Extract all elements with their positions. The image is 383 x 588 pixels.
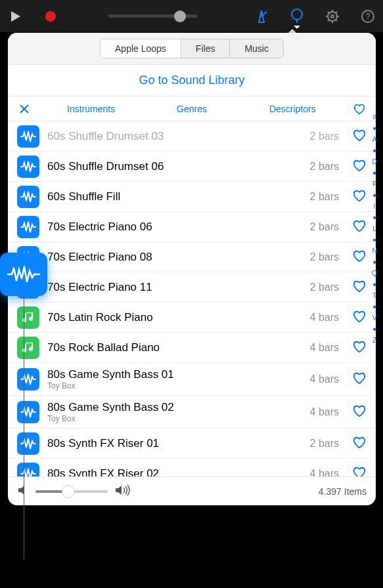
loop-row[interactable]: 70s Electric Piano 062 bars: [8, 212, 376, 242]
favorite-toggle[interactable]: [352, 340, 367, 356]
waveform-icon: [17, 401, 39, 423]
loop-row[interactable]: 80s Game Synth Bass 01Toy Box4 bars: [8, 363, 376, 396]
guide-line: [24, 297, 24, 559]
loop-length: 4 bars: [310, 342, 339, 354]
waveform-icon: [17, 368, 39, 390]
filter-tab-genres[interactable]: Genres: [141, 104, 242, 114]
loop-row[interactable]: 70s Electric Piano 112 bars: [8, 272, 376, 303]
loop-row[interactable]: 60s Shuffle Drumset 032 bars: [8, 121, 376, 152]
index-letter[interactable]: I: [368, 201, 381, 212]
index-letter[interactable]: #: [368, 112, 381, 123]
segment-files[interactable]: Files: [181, 39, 231, 58]
favorite-toggle[interactable]: [352, 219, 367, 235]
loop-length: 2 bars: [310, 251, 339, 263]
filter-bar: Instruments Genres Descriptors: [8, 96, 376, 121]
loop-row[interactable]: 80s Synth FX Riser 024 bars: [8, 459, 376, 476]
index-dot: •: [368, 301, 381, 312]
waveform-icon: [17, 156, 39, 178]
help-icon[interactable]: ?: [359, 8, 376, 25]
volume-max-icon: [114, 485, 130, 498]
dragged-loop-tile[interactable]: [0, 253, 47, 296]
svg-point-0: [45, 11, 56, 22]
loop-row[interactable]: 80s Synth FX Riser 012 bars: [8, 429, 376, 459]
settings-icon[interactable]: [324, 8, 341, 25]
record-icon[interactable]: [42, 8, 59, 25]
index-dot: •: [368, 167, 381, 178]
source-segmented-control: Apple Loops Files Music: [8, 33, 376, 65]
index-dot: •: [368, 145, 381, 156]
loop-length: 4 bars: [310, 312, 339, 324]
loop-title: 80s Synth FX Riser 02: [47, 467, 302, 477]
loop-title: 70s Electric Piano 08: [47, 251, 302, 264]
waveform-icon: [17, 216, 39, 238]
favorite-toggle[interactable]: [352, 466, 367, 477]
loop-row[interactable]: 70s Electric Piano 082 bars: [8, 242, 376, 272]
loop-title: 60s Shuffle Fill: [47, 190, 302, 203]
items-count: 4.397 Items: [319, 486, 367, 497]
loop-title: 80s Game Synth Bass 02: [47, 401, 302, 414]
loop-row[interactable]: 70s Rock Ballad Piano4 bars: [8, 333, 376, 363]
alphabet-index[interactable]: #•A•D•F•I•L•N•Q•T•V•Z: [368, 112, 381, 346]
play-icon[interactable]: [7, 8, 24, 25]
index-letter[interactable]: Q: [368, 268, 381, 279]
favorite-toggle[interactable]: [352, 249, 367, 265]
loop-length: 2 bars: [310, 161, 339, 173]
loop-row[interactable]: 70s Latin Rock Piano4 bars: [8, 303, 376, 333]
waveform-icon: [17, 432, 39, 455]
loop-length: 4 bars: [310, 468, 339, 477]
filter-tab-instruments[interactable]: Instruments: [41, 104, 141, 114]
loop-row[interactable]: 60s Shuffle Fill2 bars: [8, 182, 376, 212]
favorite-toggle[interactable]: [352, 159, 367, 175]
loop-row-text: 80s Game Synth Bass 02Toy Box: [47, 401, 302, 423]
clear-filters-button[interactable]: [8, 103, 41, 115]
loop-pack: Toy Box: [47, 381, 302, 390]
loop-row[interactable]: 80s Game Synth Bass 02Toy Box4 bars: [8, 396, 376, 429]
index-letter[interactable]: V: [368, 312, 381, 324]
loop-title: 80s Game Synth Bass 01: [47, 368, 302, 381]
index-dot: •: [368, 212, 381, 223]
index-dot: •: [368, 123, 381, 134]
favorite-toggle[interactable]: [352, 436, 367, 452]
loop-row-text: 70s Latin Rock Piano: [47, 311, 302, 324]
favorite-toggle[interactable]: [352, 189, 367, 205]
loop-row-text: 80s Game Synth Bass 01Toy Box: [47, 368, 302, 390]
svg-text:?: ?: [366, 12, 371, 21]
segment-apple-loops[interactable]: Apple Loops: [101, 39, 181, 58]
loop-length: 2 bars: [310, 191, 339, 203]
loop-browser-panel: Apple Loops Files Music Go to Sound Libr…: [8, 33, 376, 505]
loop-title: 70s Latin Rock Piano: [47, 311, 302, 324]
index-letter[interactable]: T: [368, 290, 381, 301]
favorite-toggle[interactable]: [352, 129, 367, 144]
go-to-sound-library-link[interactable]: Go to Sound Library: [8, 65, 376, 96]
waveform-icon: [17, 125, 39, 148]
favorite-toggle[interactable]: [352, 280, 367, 295]
favorite-toggle[interactable]: [352, 371, 367, 387]
index-dot: •: [368, 279, 381, 290]
filter-tab-descriptors[interactable]: Descriptors: [242, 104, 343, 114]
index-letter[interactable]: N: [368, 245, 381, 257]
waveform-icon: [17, 463, 39, 477]
loop-length: 4 bars: [310, 373, 339, 385]
segment-music[interactable]: Music: [230, 39, 283, 58]
playhead-thumb[interactable]: [174, 10, 186, 22]
index-letter[interactable]: L: [368, 223, 381, 234]
favorite-toggle[interactable]: [352, 404, 367, 420]
metronome-icon[interactable]: [253, 8, 270, 25]
index-dot: •: [368, 190, 381, 201]
index-letter[interactable]: F: [368, 178, 381, 190]
loop-title: 60s Shuffle Drumset 03: [47, 130, 302, 143]
loop-list[interactable]: 60s Shuffle Drumset 032 bars60s Shuffle …: [8, 121, 376, 476]
loop-row-text: 60s Shuffle Drumset 06: [47, 160, 302, 173]
index-letter[interactable]: Z: [368, 335, 381, 346]
svg-point-2: [328, 12, 337, 21]
index-letter[interactable]: D: [368, 156, 381, 167]
favorite-toggle[interactable]: [352, 310, 367, 326]
loop-row-text: 70s Electric Piano 06: [47, 220, 302, 234]
index-letter[interactable]: A: [368, 134, 381, 145]
preview-volume-slider[interactable]: [35, 490, 108, 493]
loop-browser-icon[interactable]: [288, 8, 305, 25]
index-dot: •: [368, 257, 381, 268]
loop-row[interactable]: 60s Shuffle Drumset 062 bars: [8, 152, 376, 182]
loop-title: 70s Electric Piano 11: [47, 281, 302, 294]
loop-row-text: 60s Shuffle Drumset 03: [47, 130, 302, 143]
